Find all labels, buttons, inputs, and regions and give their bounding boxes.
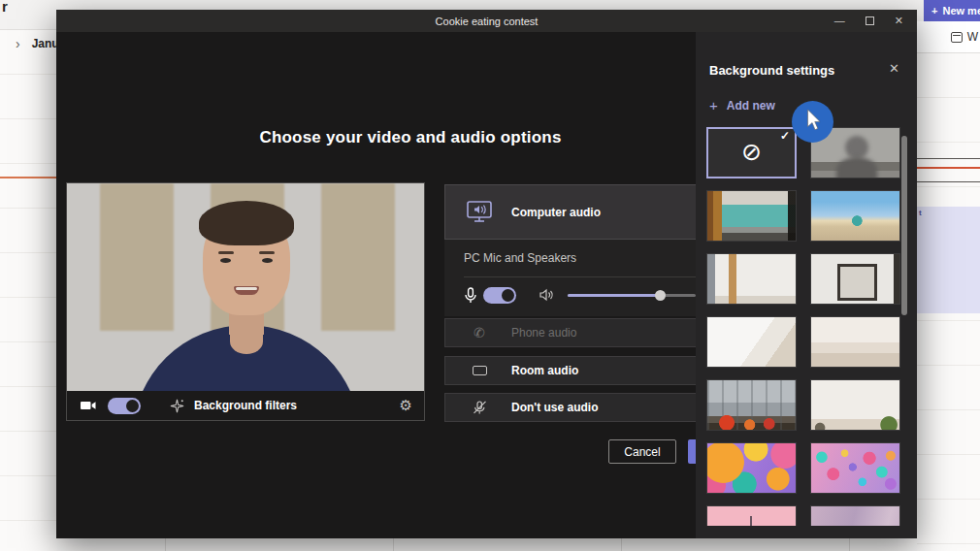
volume-slider-knob[interactable]: [655, 290, 666, 301]
background-tile-plant-wall[interactable]: [810, 379, 900, 431]
camera-icon: [81, 400, 96, 411]
mic-icon: [464, 287, 477, 304]
cancel-button[interactable]: Cancel: [608, 439, 676, 464]
computer-audio-option[interactable]: Computer audio: [444, 184, 735, 240]
background-tile-floating-balls[interactable]: [810, 442, 900, 494]
window-title: Cookie eating contest: [56, 16, 917, 27]
calendar-view-label[interactable]: W: [967, 30, 978, 44]
panel-scrollbar[interactable]: [901, 136, 907, 315]
camera-feed: [67, 183, 424, 391]
panel-title: Background settings: [709, 63, 834, 78]
room-audio-icon: [465, 366, 494, 375]
calendar-view-icon: [951, 32, 963, 43]
cursor-arrow-icon: [806, 110, 822, 135]
calendar-column-divider: [393, 538, 394, 551]
new-meeting-label: New mee: [942, 5, 980, 16]
plus-icon: +: [931, 5, 937, 16]
calendar-event-label: t: [919, 209, 922, 217]
background-tile-pink-clouds[interactable]: [706, 505, 797, 526]
calendar-grid-bottom: [56, 538, 917, 551]
new-meeting-button[interactable]: + New mee: [924, 0, 980, 21]
background-tile-balloons[interactable]: [706, 442, 797, 494]
current-time-indicator: [0, 177, 56, 178]
person-brow: [218, 251, 234, 254]
room-audio-option[interactable]: Room audio: [444, 356, 735, 385]
dont-use-audio-option[interactable]: Don't use audio: [444, 393, 735, 422]
tile-label: Blur: [811, 164, 899, 175]
video-controls-bar: Background filters ⚙: [67, 391, 424, 420]
volume-slider[interactable]: [568, 294, 696, 297]
background-tile-beige-room[interactable]: [810, 316, 900, 368]
calendar-column-divider: [621, 538, 622, 551]
person-head: [203, 209, 290, 315]
calendar-view-toolbar: W: [917, 21, 980, 53]
calendar-event-border: [917, 158, 980, 159]
calendar-column-divider: [849, 538, 850, 551]
background-tile-none[interactable]: ⊘✓: [706, 127, 797, 178]
device-name[interactable]: PC Mic and Speakers: [464, 251, 576, 265]
background-tile-beach[interactable]: [810, 190, 900, 242]
calendar-grid-left: [0, 29, 56, 551]
person-hair: [199, 201, 294, 245]
background-filters-icon: [170, 399, 184, 413]
close-panel-icon[interactable]: ✕: [889, 61, 899, 76]
background-tile-white-room-window[interactable]: [706, 253, 797, 305]
background-tile-white-loft[interactable]: [706, 316, 797, 368]
maximize-button[interactable]: [866, 16, 874, 25]
person-eye: [262, 258, 273, 263]
dont-use-audio-label: Don't use audio: [511, 401, 599, 414]
camera-toggle[interactable]: [108, 398, 141, 414]
self-video-preview: Background filters ⚙: [66, 182, 425, 421]
background-tile-office-lockers[interactable]: [706, 190, 797, 242]
calendar-column-divider: [165, 538, 166, 551]
speaker-icon: [539, 288, 554, 302]
phone-audio-label: Phone audio: [511, 326, 576, 340]
add-new-button[interactable]: + Add new: [709, 98, 775, 113]
person-eye: [220, 258, 231, 263]
computer-audio-label: Computer audio: [511, 206, 601, 219]
phone-audio-icon: ✆: [465, 325, 494, 340]
background-tile-mirror-room[interactable]: [810, 253, 900, 305]
dialog-heading: Choose your video and audio options: [56, 128, 765, 147]
plus-icon: +: [709, 98, 718, 113]
current-time-indicator: [917, 167, 980, 169]
calendar-date-nav: › Janu: [0, 33, 56, 54]
background-filters-label[interactable]: Background filters: [194, 399, 297, 412]
minimize-button[interactable]: —: [834, 16, 845, 26]
cursor-highlight: [792, 101, 833, 143]
wall-panel: [100, 183, 174, 331]
mic-toggle[interactable]: [483, 287, 516, 304]
window-titlebar: Cookie eating contest — ✕: [56, 10, 917, 32]
audio-off-icon: [465, 401, 494, 414]
calendar-event-border: [917, 181, 980, 182]
phone-audio-option[interactable]: ✆ Phone audio: [444, 318, 735, 347]
room-audio-label: Room audio: [511, 364, 578, 377]
device-settings-section: PC Mic and Speakers: [444, 240, 735, 316]
person-brow: [259, 251, 275, 254]
person-mouth: [234, 286, 259, 295]
background-tile-lilac-blur[interactable]: [810, 505, 900, 526]
pre-join-dialog: Cookie eating contest — ✕ Choose your vi…: [56, 10, 917, 538]
computer-audio-icon: [465, 201, 494, 223]
gear-icon[interactable]: ⚙: [400, 397, 412, 414]
divider: [464, 276, 735, 277]
calendar-month-label[interactable]: Janu: [32, 37, 59, 50]
calendar-event-block[interactable]: t: [917, 207, 980, 313]
volume-slider-fill: [568, 294, 660, 297]
close-window-button[interactable]: ✕: [895, 16, 903, 26]
wall-panel: [321, 183, 395, 331]
checkmark-icon: ✓: [780, 129, 790, 143]
chevron-right-icon[interactable]: ›: [16, 36, 20, 51]
calendar-title-partial: r: [2, 0, 8, 15]
background-tile-industrial-office[interactable]: [706, 379, 797, 431]
background-tiles-grid: ⊘✓Blur: [696, 127, 917, 526]
add-new-label: Add new: [727, 99, 775, 113]
